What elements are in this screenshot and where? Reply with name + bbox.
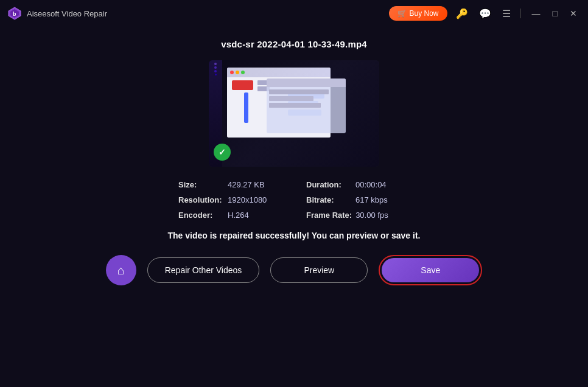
cart-icon: 🛒 — [397, 9, 407, 18]
duration-label: Duration: — [306, 180, 352, 189]
titlebar: b Aiseesoft Video Repair 🛒 Buy Now 🔑 💬 ☰… — [0, 0, 588, 27]
info-size: Size: 429.27 KB — [178, 180, 282, 189]
titlebar-divider — [520, 9, 521, 18]
svg-text:b: b — [13, 11, 16, 17]
close-button[interactable]: ✕ — [566, 7, 581, 19]
info-resolution: Resolution: 1920x1080 — [178, 195, 282, 204]
bitrate-label: Bitrate: — [306, 195, 352, 204]
minimize-button[interactable]: — — [528, 7, 544, 19]
size-label: Size: — [178, 180, 224, 189]
app-logo-icon: b — [7, 6, 22, 21]
framerate-label: Frame Rate: — [306, 211, 352, 220]
preview-button[interactable]: Preview — [270, 257, 368, 283]
titlebar-right: 🛒 Buy Now 🔑 💬 ☰ — □ ✕ — [389, 6, 581, 21]
menu-icon[interactable]: ☰ — [500, 7, 513, 21]
video-info: Size: 429.27 KB Duration: 00:00:04 Resol… — [178, 180, 410, 220]
duration-value: 00:00:04 — [355, 180, 387, 189]
encoder-value: H.264 — [228, 211, 249, 220]
action-buttons: ⌂ Repair Other Videos Preview Save — [106, 255, 483, 285]
resolution-value: 1920x1080 — [228, 195, 267, 204]
save-button[interactable]: Save — [382, 258, 479, 282]
main-content: vsdc-sr 2022-04-01 10-33-49.mp4 — [0, 27, 588, 387]
resolution-label: Resolution: — [178, 195, 224, 204]
video-filename: vsdc-sr 2022-04-01 10-33-49.mp4 — [221, 39, 367, 49]
info-framerate: Frame Rate: 30.00 fps — [306, 211, 410, 220]
app-title: Aiseesoft Video Repair — [27, 9, 107, 18]
message-icon[interactable]: 💬 — [477, 7, 494, 21]
titlebar-left: b Aiseesoft Video Repair — [7, 6, 107, 21]
video-thumbnail: ✓ — [209, 60, 379, 167]
info-duration: Duration: 00:00:04 — [306, 180, 410, 189]
window-controls: — □ ✕ — [528, 7, 581, 19]
repair-other-videos-button[interactable]: Repair Other Videos — [147, 257, 260, 283]
success-message: The video is repaired successfully! You … — [168, 231, 421, 240]
info-encoder: Encoder: H.264 — [178, 211, 282, 220]
buy-now-button[interactable]: 🛒 Buy Now — [389, 6, 447, 21]
encoder-label: Encoder: — [178, 211, 224, 220]
info-bitrate: Bitrate: 617 kbps — [306, 195, 410, 204]
key-icon[interactable]: 🔑 — [453, 7, 471, 21]
bitrate-value: 617 kbps — [355, 195, 388, 204]
home-button[interactable]: ⌂ — [106, 255, 136, 285]
size-value: 429.27 KB — [228, 180, 265, 189]
maximize-button[interactable]: □ — [549, 7, 561, 19]
save-button-wrapper: Save — [379, 255, 482, 285]
buy-now-label: Buy Now — [410, 9, 439, 18]
home-icon: ⌂ — [117, 263, 125, 277]
framerate-value: 30.00 fps — [355, 211, 388, 220]
